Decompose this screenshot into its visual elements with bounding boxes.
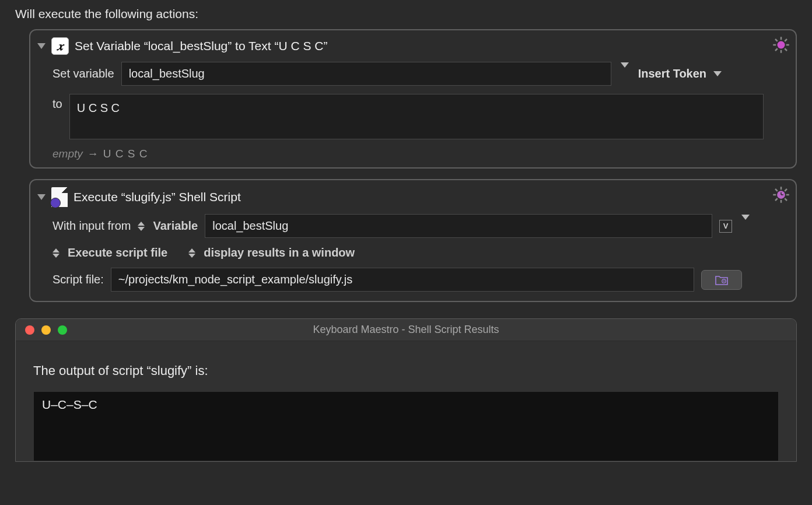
action-set-variable[interactable]: 𝑥 Set Variable “local_bestSlug” to Text … bbox=[29, 29, 797, 169]
input-variable-name[interactable] bbox=[205, 214, 712, 238]
svg-point-21 bbox=[723, 280, 724, 281]
gear-icon[interactable] bbox=[772, 36, 790, 54]
shell-script-results-window: Keyboard Maestro - Shell Script Results … bbox=[15, 318, 797, 462]
display-mode-popup[interactable]: display results in a window bbox=[204, 246, 355, 259]
to-value-input[interactable] bbox=[69, 94, 764, 139]
svg-line-8 bbox=[785, 39, 787, 41]
execute-mode-popup[interactable]: Execute script file bbox=[68, 246, 167, 259]
action-execute-shell-script[interactable]: Execute “slugify.js” Shell Script bbox=[29, 179, 797, 302]
svg-line-15 bbox=[775, 198, 778, 201]
variable-x-icon: 𝑥 bbox=[51, 37, 69, 55]
folder-icon bbox=[715, 274, 729, 286]
set-variable-label: Set variable bbox=[52, 67, 114, 80]
svg-line-7 bbox=[775, 48, 778, 51]
with-input-from-label: With input from bbox=[52, 219, 131, 233]
action-title: Execute “slugify.js” Shell Script bbox=[74, 190, 241, 204]
input-variable-dropdown[interactable] bbox=[739, 220, 752, 233]
window-title: Keyboard Maestro - Shell Script Results bbox=[16, 324, 796, 336]
window-titlebar[interactable]: Keyboard Maestro - Shell Script Results bbox=[16, 319, 796, 341]
svg-point-0 bbox=[778, 41, 785, 49]
action-title: Set Variable “local_bestSlug” to Text “U… bbox=[75, 39, 327, 53]
chevron-down-icon bbox=[741, 215, 750, 232]
chevron-down-icon bbox=[713, 71, 722, 76]
disclosure-triangle-icon[interactable] bbox=[37, 43, 46, 49]
svg-line-6 bbox=[785, 48, 787, 51]
script-file-path-input[interactable] bbox=[111, 268, 694, 292]
updown-icon[interactable] bbox=[52, 248, 60, 258]
variable-popup[interactable]: Variable bbox=[153, 219, 198, 233]
preview-line: empty → U C S C bbox=[52, 148, 788, 160]
script-file-icon bbox=[51, 187, 68, 207]
actions-header: Will execute the following actions: bbox=[15, 7, 799, 21]
updown-icon[interactable] bbox=[138, 222, 145, 231]
to-label: to bbox=[52, 97, 62, 111]
svg-line-16 bbox=[785, 189, 787, 191]
arrow-icon: → bbox=[88, 148, 99, 160]
svg-line-14 bbox=[785, 198, 787, 201]
preview-value: U C S C bbox=[103, 148, 148, 160]
results-heading: The output of script “slugify” is: bbox=[33, 363, 779, 378]
svg-line-5 bbox=[775, 39, 778, 41]
insert-token-label: Insert Token bbox=[638, 67, 706, 80]
empty-marker: empty bbox=[52, 148, 83, 160]
chevron-down-icon bbox=[621, 62, 629, 80]
gear-clock-icon[interactable] bbox=[772, 186, 790, 204]
svg-line-13 bbox=[775, 189, 778, 191]
updown-icon[interactable] bbox=[188, 248, 195, 258]
variable-dropdown[interactable] bbox=[618, 68, 631, 80]
insert-token-button[interactable]: Insert Token bbox=[638, 67, 724, 80]
browse-folder-button[interactable] bbox=[701, 270, 742, 290]
results-output[interactable]: U–C–S–C bbox=[33, 391, 779, 461]
variable-name-input[interactable] bbox=[121, 62, 611, 86]
disclosure-triangle-icon[interactable] bbox=[37, 194, 46, 200]
variable-badge[interactable]: V bbox=[719, 220, 732, 233]
script-file-label: Script file: bbox=[52, 273, 104, 286]
